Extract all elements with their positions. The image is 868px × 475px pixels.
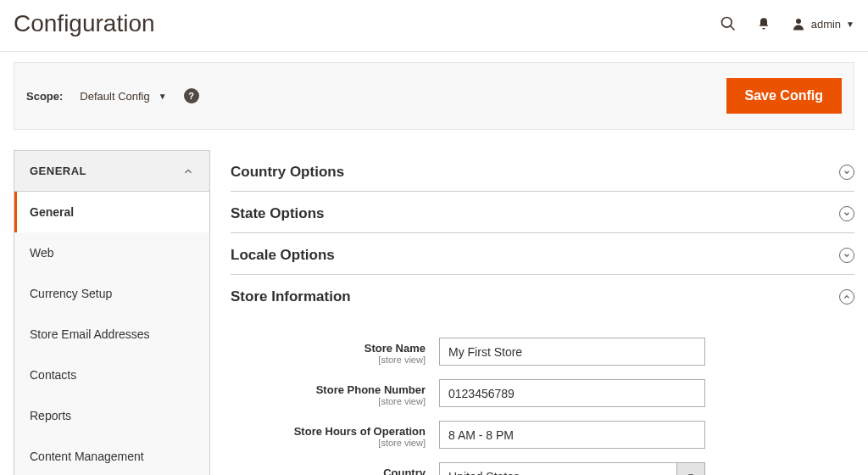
chevron-up-icon bbox=[182, 165, 194, 177]
field-store-name: Store Name [store view] bbox=[231, 331, 854, 372]
sidebar-item-web[interactable]: Web bbox=[14, 232, 209, 273]
user-icon bbox=[791, 16, 806, 31]
section-title: Country Options bbox=[231, 164, 344, 181]
scope-value: Default Config bbox=[80, 90, 149, 103]
field-store-hours: Store Hours of Operation [store view] bbox=[231, 414, 854, 455]
section-store-information[interactable]: Store Information bbox=[231, 275, 854, 316]
section-locale-options[interactable]: Locale Options bbox=[231, 233, 854, 275]
field-label: Store Name bbox=[364, 342, 426, 355]
scope-select[interactable]: Default Config ▼ bbox=[80, 90, 166, 103]
save-config-button[interactable]: Save Config bbox=[726, 78, 842, 114]
sidebar-group-general[interactable]: GENERAL bbox=[14, 150, 210, 192]
scope-label: Scope: bbox=[26, 90, 63, 103]
chevron-down-icon bbox=[839, 248, 854, 263]
section-country-options[interactable]: Country Options bbox=[231, 150, 854, 192]
store-hours-input[interactable] bbox=[439, 421, 705, 449]
svg-point-2 bbox=[796, 19, 801, 24]
store-name-input[interactable] bbox=[439, 338, 705, 366]
field-scope: [store view] bbox=[231, 355, 426, 365]
admin-label: admin bbox=[811, 18, 841, 31]
select-toggle[interactable]: ▼ bbox=[677, 462, 705, 475]
field-country: Country [website] United States ▼ bbox=[231, 455, 854, 475]
select-value: United States bbox=[439, 462, 677, 475]
section-title: Store Information bbox=[231, 288, 351, 305]
sidebar-item-content-mgmt[interactable]: Content Management bbox=[14, 436, 209, 475]
help-icon[interactable]: ? bbox=[184, 88, 199, 103]
field-label: Store Phone Number bbox=[316, 383, 426, 396]
store-phone-input[interactable] bbox=[439, 379, 705, 407]
svg-point-0 bbox=[721, 18, 732, 28]
chevron-down-icon bbox=[839, 165, 854, 180]
search-icon[interactable] bbox=[720, 15, 737, 32]
sidebar-item-label: Contacts bbox=[30, 368, 76, 382]
admin-account-menu[interactable]: admin ▼ bbox=[791, 16, 854, 31]
sidebar-item-store-email[interactable]: Store Email Addresses bbox=[14, 314, 209, 355]
field-label: Store Hours of Operation bbox=[294, 425, 426, 438]
field-label: Country bbox=[383, 467, 426, 475]
caret-down-icon: ▼ bbox=[159, 92, 167, 101]
svg-line-1 bbox=[730, 26, 734, 31]
sidebar-item-label: Currency Setup bbox=[30, 287, 112, 300]
section-state-options[interactable]: State Options bbox=[231, 192, 854, 233]
sidebar-item-contacts[interactable]: Contacts bbox=[14, 355, 209, 395]
sidebar-item-label: General bbox=[30, 205, 74, 219]
notifications-icon[interactable] bbox=[757, 17, 771, 31]
chevron-down-icon bbox=[839, 206, 854, 221]
sidebar-item-currency[interactable]: Currency Setup bbox=[14, 273, 209, 314]
field-store-phone: Store Phone Number [store view] bbox=[231, 372, 854, 414]
sidebar-item-label: Store Email Addresses bbox=[30, 327, 150, 341]
sidebar-item-label: Reports bbox=[30, 409, 71, 422]
field-scope: [store view] bbox=[231, 396, 426, 406]
caret-down-icon: ▼ bbox=[846, 20, 854, 29]
section-title: State Options bbox=[231, 205, 325, 222]
section-title: Locale Options bbox=[231, 247, 335, 264]
sidebar-item-general[interactable]: General bbox=[14, 192, 209, 232]
country-select[interactable]: United States ▼ bbox=[439, 462, 705, 475]
sidebar-item-reports[interactable]: Reports bbox=[14, 395, 209, 436]
sidebar-item-label: Content Management bbox=[30, 450, 144, 463]
config-sidebar: GENERAL General Web Currency Setup Store… bbox=[14, 150, 210, 475]
field-scope: [store view] bbox=[231, 438, 426, 448]
caret-down-icon: ▼ bbox=[687, 472, 695, 475]
sidebar-item-label: Web bbox=[30, 246, 54, 260]
chevron-up-icon bbox=[839, 289, 854, 305]
sidebar-group-label: GENERAL bbox=[30, 165, 86, 177]
page-title: Configuration bbox=[14, 10, 155, 37]
